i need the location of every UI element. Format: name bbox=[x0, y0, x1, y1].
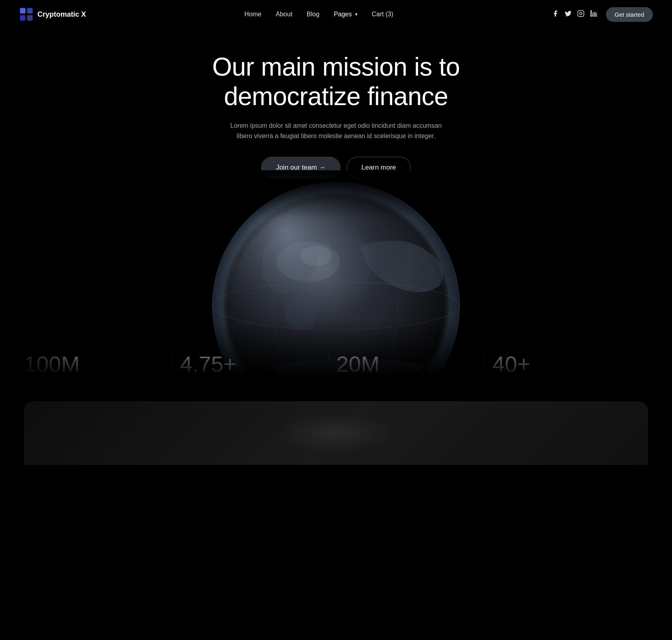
social-icons bbox=[552, 10, 597, 19]
navbar: Cryptomatic X Home About Blog Pages ▾ Ca… bbox=[0, 0, 672, 29]
svg-rect-3 bbox=[27, 15, 33, 21]
bottom-card-section bbox=[24, 401, 648, 465]
twitter-icon[interactable] bbox=[565, 10, 572, 19]
logo-icon bbox=[19, 7, 33, 21]
svg-point-15 bbox=[300, 246, 332, 266]
svg-rect-1 bbox=[27, 8, 33, 14]
brand-name: Cryptomatic X bbox=[37, 10, 86, 19]
hero-title: Our main mission is to democratize finan… bbox=[197, 53, 475, 111]
svg-rect-4 bbox=[578, 10, 584, 16]
hero-subtitle: Lorem ipsum dolor sit amet consectetur e… bbox=[229, 121, 443, 141]
nav-pages-label: Pages bbox=[334, 11, 352, 18]
instagram-icon[interactable] bbox=[577, 10, 584, 19]
bottom-card-decoration bbox=[276, 413, 396, 453]
nav-home[interactable]: Home bbox=[244, 11, 262, 18]
chevron-down-icon: ▾ bbox=[355, 12, 357, 17]
linkedin-icon[interactable] bbox=[590, 10, 597, 19]
svg-point-6 bbox=[590, 10, 592, 12]
nav-blog[interactable]: Blog bbox=[307, 11, 319, 18]
globe-fade-top bbox=[0, 170, 672, 218]
svg-rect-2 bbox=[20, 15, 25, 21]
nav-links: Home About Blog Pages ▾ Cart (3) bbox=[244, 11, 393, 18]
get-started-button[interactable]: Get started bbox=[606, 7, 653, 22]
nav-cart[interactable]: Cart (3) bbox=[372, 11, 393, 18]
facebook-icon[interactable] bbox=[552, 10, 559, 19]
nav-about[interactable]: About bbox=[276, 11, 293, 18]
nav-right: Get started bbox=[552, 7, 653, 22]
globe-fade-bottom bbox=[0, 322, 672, 401]
svg-rect-0 bbox=[20, 8, 25, 14]
hero-section: Our main mission is to democratize finan… bbox=[0, 29, 672, 178]
nav-pages-dropdown[interactable]: Pages ▾ bbox=[334, 11, 357, 18]
globe-section: 100M App downloads 4.75+ Average review … bbox=[0, 170, 672, 401]
brand-logo[interactable]: Cryptomatic X bbox=[19, 7, 86, 21]
